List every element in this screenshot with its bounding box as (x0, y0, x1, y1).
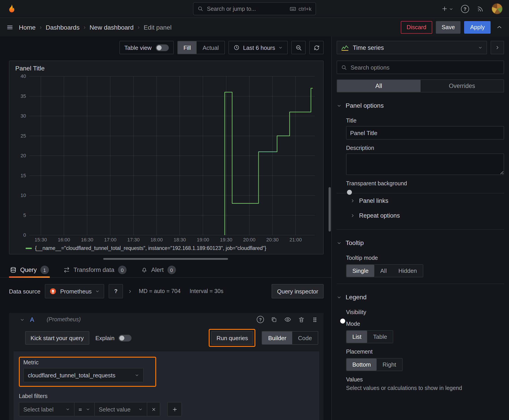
svg-text:16:00: 16:00 (58, 237, 70, 242)
time-range-label: Last 6 hours (243, 44, 275, 51)
legend-placement-bottom[interactable]: Bottom (347, 359, 377, 371)
discard-button[interactable]: Discard (401, 21, 432, 33)
query-options-toggle[interactable] (128, 289, 132, 294)
timeseries-chart[interactable]: 15:3016:0016:3017:0017:3018:0018:3019:00… (14, 73, 319, 244)
tooltip-mode-label: Tooltip mode (346, 255, 504, 261)
svg-text:10: 10 (21, 193, 26, 198)
drag-handle-icon[interactable] (311, 316, 318, 323)
visualization-picker[interactable]: Time series (337, 41, 487, 54)
kick-start-button[interactable]: Kick start your query (25, 331, 89, 345)
query-row-header: A (Prometheus) ? (9, 313, 324, 326)
datasource-row: Data source Prometheus ? (9, 284, 324, 298)
remove-filter-button[interactable] (147, 402, 160, 416)
explain-label: Explain (95, 335, 114, 341)
tab-all[interactable]: All (337, 80, 420, 92)
panel-options-header[interactable]: Panel options (337, 100, 504, 111)
panel-options-body: Title Description Transparent background (337, 111, 504, 187)
tooltip-header[interactable]: Tooltip (337, 237, 504, 249)
clock-icon (234, 45, 240, 51)
builder-code-group: Builder Code (262, 331, 318, 345)
add-button[interactable] (441, 5, 453, 12)
legend-header[interactable]: Legend (337, 291, 504, 303)
plus-icon (441, 5, 448, 12)
query-inspector-button[interactable]: Query inspector (272, 284, 324, 298)
breadcrumb-new-dashboard[interactable]: New dashboard (90, 23, 134, 31)
horizontal-scrollbar[interactable] (103, 258, 228, 260)
vertical-scrollbar[interactable] (328, 187, 331, 232)
grafana-logo-icon[interactable] (6, 3, 17, 14)
apply-button[interactable]: Apply (464, 21, 491, 33)
svg-text:20:30: 20:30 (266, 237, 279, 242)
tab-query[interactable]: Query 1 (9, 262, 50, 277)
legend-item[interactable]: {__name__="cloudflared_tunnel_total_requ… (14, 244, 319, 252)
description-label: Description (346, 145, 504, 151)
legend-placement-right[interactable]: Right (377, 359, 402, 371)
chevron-down-icon (66, 407, 70, 412)
code-option[interactable]: Code (292, 332, 318, 344)
datasource-picker[interactable]: Prometheus (45, 284, 104, 298)
avatar[interactable] (492, 3, 503, 14)
news-button[interactable] (477, 5, 484, 12)
search-placeholder: Search or jump to... (207, 6, 286, 12)
select-label-dropdown[interactable]: Select label (19, 402, 75, 416)
query-help-button[interactable]: ? (257, 316, 264, 323)
help-button[interactable]: ? (461, 5, 469, 13)
title-input[interactable] (346, 126, 504, 140)
select-value-dropdown[interactable]: Select value (94, 402, 147, 416)
legend-values-label: Values (346, 376, 504, 383)
builder-option[interactable]: Builder (262, 332, 292, 344)
close-icon (151, 407, 156, 412)
hide-response-icon[interactable] (284, 316, 291, 323)
panel-options-pane: Time series All Overrides (331, 36, 509, 420)
legend-swatch (26, 248, 32, 249)
options-search-input[interactable] (350, 64, 500, 71)
options-search (337, 60, 504, 74)
legend-mode-list[interactable]: List (347, 331, 367, 343)
breadcrumb-dashboards[interactable]: Dashboards (46, 23, 79, 31)
tooltip-mode-all[interactable]: All (374, 265, 393, 277)
menu-toggle[interactable] (6, 23, 14, 31)
tooltip-mode-hidden[interactable]: Hidden (393, 265, 423, 277)
collapse-options-button[interactable] (496, 24, 503, 30)
delete-query-icon[interactable] (298, 316, 305, 323)
metric-value: cloudflared_tunnel_total_requests (28, 372, 115, 378)
run-queries-button[interactable]: Run queries (211, 331, 253, 345)
table-view-toggle[interactable] (156, 44, 168, 51)
fill-option[interactable]: Fill (177, 41, 197, 54)
metric-select[interactable]: cloudflared_tunnel_total_requests (23, 368, 144, 382)
breadcrumb-separator: › (84, 24, 85, 30)
panel-title: Panel Title (14, 63, 319, 73)
svg-text:19:00: 19:00 (197, 237, 209, 242)
tab-transform[interactable]: Transform data 0 (62, 262, 128, 277)
label-filters-label: Label filters (19, 393, 314, 399)
legend-body: Visibility Mode List Table Placement Bot… (337, 303, 504, 391)
legend-mode-table[interactable]: Table (367, 331, 393, 343)
add-filter-button[interactable] (167, 402, 182, 416)
panel-links-section[interactable]: Panel links (337, 193, 504, 208)
svg-text:40: 40 (21, 73, 26, 79)
repeat-options-section[interactable]: Repeat options (337, 208, 504, 223)
time-range-picker[interactable]: Last 6 hours (229, 41, 288, 54)
breadcrumb-separator: › (137, 24, 140, 30)
tooltip-mode-single[interactable]: Single (347, 265, 374, 277)
breadcrumb-home[interactable]: Home (19, 23, 36, 31)
actual-option[interactable]: Actual (197, 41, 225, 54)
query-collapse-toggle[interactable] (20, 317, 25, 322)
global-search-input[interactable]: Search or jump to... ctrl+k (193, 2, 316, 15)
tab-alert[interactable]: Alert 0 (140, 262, 177, 277)
tooltip-section: Tooltip Tooltip mode Single All Hidden (337, 237, 504, 277)
description-textarea[interactable] (346, 153, 504, 175)
save-button[interactable]: Save (436, 21, 461, 33)
viz-suggestions-button[interactable] (491, 41, 504, 54)
query-actions-row: Kick start your query Explain Run querie… (9, 326, 324, 351)
tab-overrides[interactable]: Overrides (420, 80, 504, 92)
operator-dropdown[interactable]: = (74, 402, 95, 416)
explain-toggle[interactable] (119, 335, 131, 341)
duplicate-icon[interactable] (271, 316, 277, 323)
zoom-out-button[interactable] (291, 41, 306, 54)
table-view-control: Table view (119, 41, 174, 54)
refresh-button[interactable] (309, 41, 324, 54)
datasource-help-button[interactable]: ? (109, 284, 123, 298)
chevron-right-icon (495, 45, 500, 50)
breadcrumb-separator: › (40, 24, 42, 30)
